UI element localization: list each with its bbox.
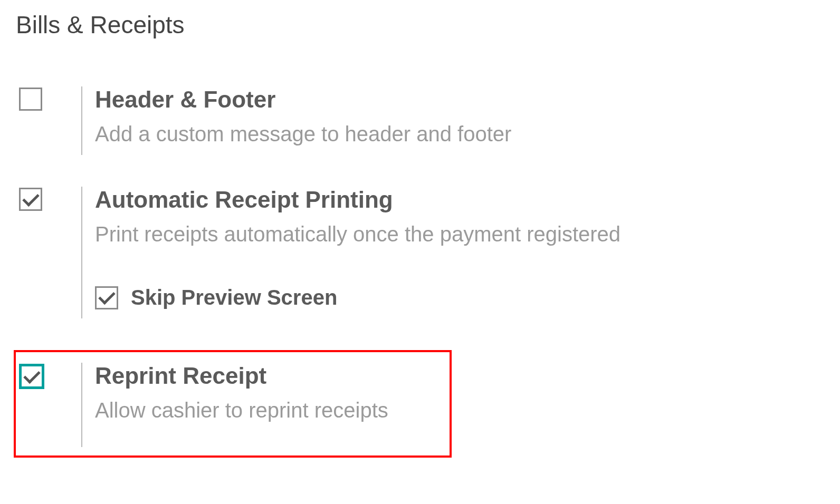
vertical-divider: [81, 187, 82, 318]
setting-auto-receipt: Automatic Receipt Printing Print receipt…: [16, 187, 824, 318]
setting-reprint-receipt: Reprint Receipt Allow cashier to reprint…: [14, 350, 452, 458]
skip-preview-label: Skip Preview Screen: [131, 286, 337, 309]
divider-column: [69, 187, 95, 318]
divider-column: [69, 86, 95, 155]
header-footer-description: Add a custom message to header and foote…: [95, 120, 824, 148]
header-footer-checkbox[interactable]: [19, 88, 42, 111]
reprint-receipt-description: Allow cashier to reprint receipts: [95, 396, 450, 424]
content-column: Reprint Receipt Allow cashier to reprint…: [95, 363, 450, 424]
checkbox-column: [16, 86, 69, 111]
content-column: Automatic Receipt Printing Print receipt…: [95, 187, 824, 309]
skip-preview-checkbox[interactable]: [95, 286, 118, 309]
setting-header-footer: Header & Footer Add a custom message to …: [16, 86, 824, 155]
section-title: Bills & Receipts: [16, 11, 824, 39]
header-footer-title: Header & Footer: [95, 86, 824, 113]
reprint-receipt-title: Reprint Receipt: [95, 363, 450, 389]
auto-receipt-title: Automatic Receipt Printing: [95, 187, 824, 213]
sub-setting-skip-preview: Skip Preview Screen: [95, 286, 824, 309]
auto-receipt-checkbox[interactable]: [19, 188, 42, 211]
reprint-receipt-checkbox[interactable]: [19, 364, 44, 389]
checkbox-column: [16, 363, 69, 389]
vertical-divider: [81, 363, 82, 447]
checkbox-column: [16, 187, 69, 211]
vertical-divider: [81, 86, 82, 155]
content-column: Header & Footer Add a custom message to …: [95, 86, 824, 148]
auto-receipt-description: Print receipts automatically once the pa…: [95, 220, 824, 248]
divider-column: [69, 363, 95, 447]
